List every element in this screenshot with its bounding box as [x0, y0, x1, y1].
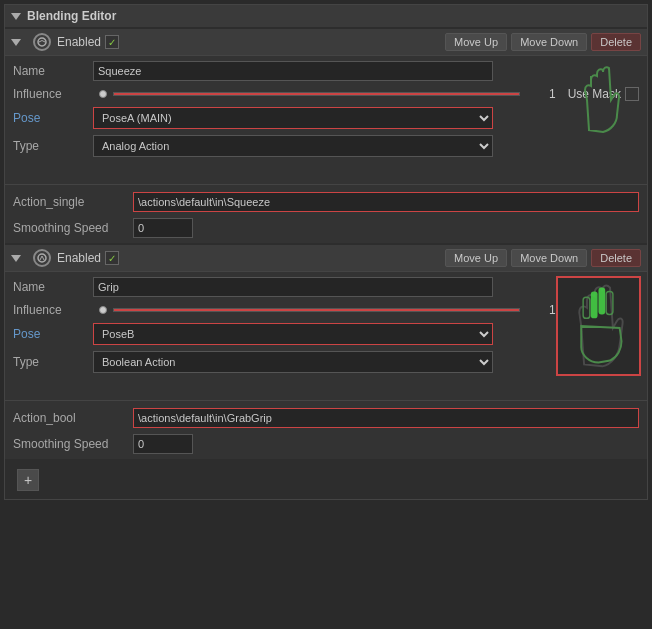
squeeze-name-row: Name — [5, 58, 647, 84]
squeeze-section: Enabled Move Up Move Down Delete Name In… — [5, 29, 647, 243]
blending-editor-panel: Blending Editor Enabled Move Up Mo — [4, 4, 648, 500]
grip-triangle — [11, 255, 21, 262]
grip-influence-slider[interactable] — [113, 308, 520, 312]
squeeze-smoothing-row: Smoothing Speed — [5, 215, 647, 241]
grip-hand-svg — [558, 278, 639, 374]
squeeze-name-input[interactable] — [93, 61, 493, 81]
squeeze-action-input[interactable] — [133, 192, 639, 212]
panel-title: Blending Editor — [27, 9, 116, 23]
squeeze-pose-row: Pose PoseA (MAIN) — [5, 104, 647, 132]
squeeze-pose-select[interactable]: PoseA (MAIN) — [93, 107, 493, 129]
grip-enabled-checkbox[interactable] — [105, 251, 119, 265]
squeeze-move-down-button[interactable]: Move Down — [511, 33, 587, 51]
grip-smoothing-input[interactable] — [133, 434, 193, 454]
grip-influence-dot — [99, 306, 107, 314]
grip-type-label: Type — [13, 355, 93, 369]
grip-move-up-button[interactable]: Move Up — [445, 249, 507, 267]
squeeze-icon — [33, 33, 51, 51]
squeeze-enabled-checkbox[interactable] — [105, 35, 119, 49]
grip-header-right: Move Up Move Down Delete — [445, 249, 641, 267]
grip-separator — [5, 400, 647, 401]
panel-header: Blending Editor — [5, 5, 647, 27]
squeeze-enabled-row: Enabled — [57, 35, 119, 49]
add-button[interactable]: + — [17, 469, 39, 491]
grip-section-body: Name Influence 1 Use Mask — [5, 272, 647, 459]
grip-type-select[interactable]: Boolean Action — [93, 351, 493, 373]
grip-action-label: Action_bool — [13, 411, 133, 425]
grip-name-input[interactable] — [93, 277, 493, 297]
squeeze-smoothing-input[interactable] — [133, 218, 193, 238]
grip-pose-label: Pose — [13, 327, 93, 341]
grip-influence-row: Influence 1 Use Mask — [5, 300, 647, 320]
grip-name-row: Name — [5, 274, 647, 300]
squeeze-hand-svg — [569, 60, 639, 140]
squeeze-influence-row: Influence 1 Use Mask — [5, 84, 647, 104]
squeeze-pose-label: Pose — [13, 111, 93, 125]
grip-enabled-label: Enabled — [57, 251, 101, 265]
squeeze-triangle — [11, 39, 21, 46]
grip-section: Enabled Move Up Move Down Delete Name In… — [5, 245, 647, 459]
squeeze-influence-slider[interactable] — [113, 92, 520, 96]
squeeze-move-up-button[interactable]: Move Up — [445, 33, 507, 51]
grip-enabled-row: Enabled — [57, 251, 119, 265]
squeeze-enabled-label: Enabled — [57, 35, 101, 49]
grip-smoothing-label: Smoothing Speed — [13, 437, 133, 451]
grip-header-left: Enabled — [11, 249, 119, 267]
svg-rect-7 — [599, 288, 606, 315]
squeeze-header-left: Enabled — [11, 33, 119, 51]
grip-type-row: Type Boolean Action — [5, 348, 647, 376]
grip-spacer — [5, 376, 647, 396]
squeeze-smoothing-label: Smoothing Speed — [13, 221, 133, 235]
grip-influence-fill — [114, 309, 519, 311]
squeeze-section-body: Name Influence 1 Use Mask — [5, 56, 647, 243]
grip-name-label: Name — [13, 280, 93, 294]
squeeze-name-label: Name — [13, 64, 93, 78]
grip-smoothing-row: Smoothing Speed — [5, 431, 647, 457]
squeeze-influence-value: 1 — [526, 87, 556, 101]
squeeze-type-row: Type Analog Action — [5, 132, 647, 160]
squeeze-type-select[interactable]: Analog Action — [93, 135, 493, 157]
grip-hand-area — [556, 276, 641, 376]
grip-move-down-button[interactable]: Move Down — [511, 249, 587, 267]
squeeze-influence-dot — [99, 90, 107, 98]
squeeze-action-row: Action_single — [5, 189, 647, 215]
collapse-triangle — [11, 13, 21, 20]
grip-pose-select[interactable]: PoseB — [93, 323, 493, 345]
squeeze-hand-area — [569, 60, 639, 140]
grip-delete-button[interactable]: Delete — [591, 249, 641, 267]
squeeze-header-right: Move Up Move Down Delete — [445, 33, 641, 51]
squeeze-influence-label: Influence — [13, 87, 93, 101]
squeeze-influence-fill — [114, 93, 519, 95]
grip-icon — [33, 249, 51, 267]
grip-action-row: Action_bool — [5, 405, 647, 431]
grip-influence-label: Influence — [13, 303, 93, 317]
grip-action-input[interactable] — [133, 408, 639, 428]
squeeze-type-label: Type — [13, 139, 93, 153]
squeeze-spacer — [5, 160, 647, 180]
grip-influence-value: 1 — [526, 303, 556, 317]
grip-section-header: Enabled Move Up Move Down Delete — [5, 245, 647, 272]
footer: + — [5, 461, 647, 499]
squeeze-action-label: Action_single — [13, 195, 133, 209]
squeeze-separator — [5, 184, 647, 185]
squeeze-section-header: Enabled Move Up Move Down Delete — [5, 29, 647, 56]
svg-rect-6 — [591, 291, 598, 318]
grip-pose-row: Pose PoseB — [5, 320, 647, 348]
squeeze-delete-button[interactable]: Delete — [591, 33, 641, 51]
